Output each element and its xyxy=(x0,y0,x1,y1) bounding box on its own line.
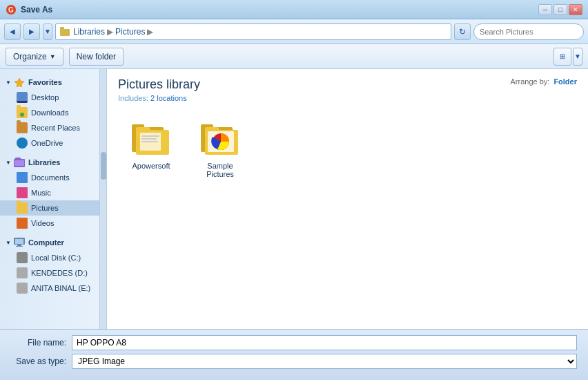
view-dropdown-button[interactable]: ▼ xyxy=(573,48,582,66)
sidebar-section-favorites[interactable]: ▼ Favorites xyxy=(0,75,106,90)
sidebar-section-computer[interactable]: ▼ Computer xyxy=(0,235,106,250)
close-button[interactable]: ✕ xyxy=(569,4,582,15)
dropdown-button[interactable]: ▼ xyxy=(43,23,52,40)
minimize-button[interactable]: ─ xyxy=(538,4,552,15)
svg-rect-19 xyxy=(141,141,158,142)
view-mode-button[interactable]: ⊞ xyxy=(553,48,571,66)
content-area: Pictures library Includes: 2 locations A… xyxy=(107,69,588,329)
anita-drive-icon xyxy=(17,283,28,294)
folder-apowersoft[interactable]: Apowersoft xyxy=(124,116,179,182)
svg-rect-9 xyxy=(15,239,23,244)
libraries-label: Libraries xyxy=(28,158,60,167)
sidebar-item-downloads[interactable]: Downloads xyxy=(0,105,106,120)
file-name-input[interactable] xyxy=(72,335,577,350)
sidebar-item-desktop[interactable]: Desktop xyxy=(0,90,106,105)
arrange-bar: Arrange by: Folder xyxy=(511,77,578,86)
apowersoft-folder-icon xyxy=(130,120,172,158)
scrollbar-thumb[interactable] xyxy=(101,152,106,180)
sidebar-item-kendedes[interactable]: KENDEDES (D:) xyxy=(0,265,106,281)
favorites-label: Favorites xyxy=(28,78,62,86)
breadcrumb-libraries[interactable]: Libraries xyxy=(73,27,105,37)
file-name-label: File name: xyxy=(11,338,66,348)
recent-places-icon xyxy=(17,122,28,133)
sidebar-item-videos[interactable]: Videos xyxy=(0,216,106,231)
app-icon: G xyxy=(6,4,17,15)
toolbar: Organize ▼ New folder ⊞ ▼ xyxy=(0,44,588,69)
organize-button[interactable]: Organize ▼ xyxy=(6,48,63,66)
address-path[interactable]: Libraries ▶ Pictures ▶ xyxy=(55,23,451,40)
save-as-type-row: Save as type: JPEG Image xyxy=(11,354,577,369)
sidebar-item-recent-places[interactable]: Recent Places xyxy=(0,120,106,135)
pictures-icon xyxy=(17,202,28,213)
svg-rect-17 xyxy=(141,135,159,137)
svg-rect-7 xyxy=(14,160,24,166)
sidebar-item-documents[interactable]: Documents xyxy=(0,170,106,185)
expand-computer-icon: ▼ xyxy=(6,240,11,246)
svg-rect-15 xyxy=(136,127,150,133)
svg-text:G: G xyxy=(8,6,14,14)
sample-pictures-folder-icon xyxy=(199,120,241,158)
new-folder-button[interactable]: New folder xyxy=(69,48,124,66)
folders-grid: Apowersoft xyxy=(118,111,577,188)
content-header: Pictures library Includes: 2 locations A… xyxy=(118,77,577,102)
back-button[interactable]: ◀ xyxy=(4,23,21,40)
sidebar-item-onedrive[interactable]: OneDrive xyxy=(0,135,106,151)
expand-icon: ▼ xyxy=(6,79,11,86)
search-input[interactable] xyxy=(473,23,584,40)
forward-button[interactable]: ▶ xyxy=(23,23,40,40)
sidebar-section-libraries[interactable]: ▼ Libraries xyxy=(0,155,106,170)
save-as-type-select[interactable]: JPEG Image xyxy=(72,354,577,369)
sidebar: ▼ Favorites Desktop Downloads Recent Pla… xyxy=(0,69,107,329)
maximize-button[interactable]: □ xyxy=(553,4,567,15)
sample-pictures-label: Sample Pictures xyxy=(197,162,244,178)
folder-sample-pictures[interactable]: Sample Pictures xyxy=(193,116,248,182)
main-area: ▼ Favorites Desktop Downloads Recent Pla… xyxy=(0,69,588,329)
svg-marker-4 xyxy=(14,78,24,87)
svg-rect-2 xyxy=(60,29,70,36)
sidebar-item-pictures[interactable]: Pictures xyxy=(0,200,106,216)
sidebar-item-anita[interactable]: ANITA BINAL (E:) xyxy=(0,281,106,296)
breadcrumb-pictures[interactable]: Pictures xyxy=(115,27,145,37)
library-title: Pictures library xyxy=(118,77,200,92)
window-title: Save As xyxy=(21,5,538,15)
videos-icon xyxy=(17,218,28,229)
bottom-form: File name: Save as type: JPEG Image xyxy=(0,329,588,380)
kendedes-drive-icon xyxy=(17,267,28,278)
svg-rect-18 xyxy=(141,138,157,140)
file-name-row: File name: xyxy=(11,335,577,350)
music-icon xyxy=(17,187,28,198)
svg-rect-10 xyxy=(17,245,21,246)
local-disk-icon xyxy=(17,252,28,263)
downloads-icon xyxy=(17,107,28,118)
sidebar-scrollbar[interactable] xyxy=(99,69,106,329)
title-bar: G Save As ─ □ ✕ xyxy=(0,0,588,19)
onedrive-icon xyxy=(17,137,28,149)
sidebar-item-local-disk[interactable]: Local Disk (C:) xyxy=(0,250,106,265)
svg-rect-11 xyxy=(16,246,23,247)
computer-label: Computer xyxy=(28,238,64,247)
documents-icon xyxy=(17,172,28,183)
apowersoft-label: Apowersoft xyxy=(132,162,170,170)
save-as-type-label: Save as type: xyxy=(11,357,66,366)
expand-libraries-icon: ▼ xyxy=(6,160,11,166)
svg-rect-3 xyxy=(60,27,64,30)
library-subtitle: Includes: 2 locations xyxy=(118,94,200,102)
desktop-icon xyxy=(17,92,28,103)
locations-link[interactable]: 2 locations xyxy=(150,94,187,102)
arrange-by-folder[interactable]: Folder xyxy=(553,77,577,86)
refresh-button[interactable]: ↻ xyxy=(454,23,471,40)
address-bar: ◀ ▶ ▼ Libraries ▶ Pictures ▶ ↻ xyxy=(0,19,588,44)
sidebar-item-music[interactable]: Music xyxy=(0,185,106,200)
